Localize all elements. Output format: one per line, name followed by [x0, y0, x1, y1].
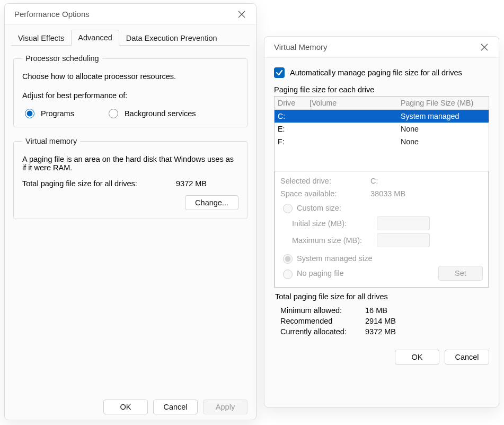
drives-list[interactable]: C:System managedE:NoneF:None	[275, 110, 489, 171]
virtual-memory-group: Virtual memory A paging file is an area …	[13, 137, 247, 219]
selected-drive-value: C:	[370, 177, 378, 185]
ok-button[interactable]: OK	[103, 400, 148, 414]
auto-manage-row[interactable]: Automatically manage paging file size fo…	[274, 67, 489, 78]
drive-row[interactable]: F:None	[275, 135, 489, 148]
initial-size-input	[377, 216, 430, 230]
totals-header: Total paging file size for all drives	[275, 292, 488, 301]
radio-sysman-label: System managed size	[297, 254, 373, 263]
drive-letter: E:	[278, 125, 310, 133]
close-icon	[481, 44, 488, 51]
min-value: 16 MB	[365, 306, 387, 315]
tab-dep[interactable]: Data Execution Prevention	[119, 30, 224, 46]
radio-nopaging-input	[283, 270, 293, 279]
drive-paging-size: System managed	[401, 112, 485, 120]
close-button[interactable]	[235, 7, 249, 21]
set-button: Set	[438, 266, 483, 281]
radio-sysman-input	[283, 254, 293, 264]
virtual-memory-desc: A paging file is an area on the hard dis…	[22, 155, 238, 172]
max-size-input	[377, 233, 430, 247]
drive-row[interactable]: E:None	[275, 123, 489, 135]
initial-size-label: Initial size (MB):	[292, 219, 372, 228]
min-label: Minimum allowed:	[280, 306, 365, 315]
performance-options-dialog: Performance Options Visual Effects Advan…	[4, 3, 257, 420]
radio-programs[interactable]: Programs	[22, 107, 74, 118]
radio-custom-input	[283, 204, 293, 213]
drives-caption: Paging file size for each drive	[274, 85, 489, 94]
drive-letter: C:	[278, 112, 310, 120]
ok-button[interactable]: OK	[395, 350, 439, 365]
dialog-footer: OK Cancel	[264, 342, 499, 365]
rec-value: 2914 MB	[365, 317, 396, 325]
auto-manage-checkbox[interactable]	[274, 67, 285, 78]
processor-scheduling-legend: Processor scheduling	[22, 54, 102, 63]
col-header-volume: [Volume	[310, 99, 401, 107]
processor-scheduling-group: Processor scheduling Choose how to alloc…	[13, 54, 247, 127]
radio-custom-label: Custom size:	[297, 204, 341, 212]
apply-button[interactable]: Apply	[203, 400, 247, 414]
total-paging-value: 9372 MB	[176, 179, 207, 188]
drive-volume	[310, 125, 401, 133]
virtual-memory-legend: Virtual memory	[22, 137, 80, 145]
drive-details: Selected drive: C: Space available: 3803…	[275, 171, 489, 288]
window-title: Performance Options	[14, 10, 90, 19]
close-icon	[238, 11, 245, 18]
max-size-label: Maximum size (MB):	[292, 236, 372, 245]
processor-scheduling-desc: Choose how to allocate processor resourc…	[22, 72, 238, 81]
selected-drive-label: Selected drive:	[280, 177, 370, 185]
drive-paging-size: None	[401, 125, 485, 133]
cur-value: 9372 MB	[365, 327, 396, 336]
dialog-body: Automatically manage paging file size fo…	[264, 58, 499, 342]
col-header-size: Paging File Size (MB)	[401, 99, 485, 107]
col-header-drive: Drive	[278, 99, 310, 107]
radio-programs-input[interactable]	[25, 109, 34, 118]
check-icon	[276, 69, 283, 76]
cancel-button[interactable]: Cancel	[153, 400, 198, 414]
cur-label: Currently allocated:	[280, 327, 365, 336]
tab-visual-effects[interactable]: Visual Effects	[11, 30, 71, 46]
drives-header: Drive [Volume Paging File Size (MB)	[275, 97, 489, 110]
radio-nopaging-label: No paging file	[297, 269, 344, 277]
radio-background-input[interactable]	[109, 109, 118, 118]
adjust-label: Adjust for best performance of:	[22, 91, 238, 100]
radio-system-managed: System managed size	[280, 253, 483, 264]
drive-letter: F:	[278, 137, 310, 146]
radio-no-paging: No paging file	[280, 268, 344, 279]
tab-advanced[interactable]: Advanced	[71, 30, 119, 46]
drive-row[interactable]: C:System managed	[275, 110, 489, 123]
drive-paging-size: None	[401, 137, 485, 146]
dialog-footer: OK Cancel Apply	[103, 400, 247, 414]
radio-background[interactable]: Background services	[106, 107, 196, 118]
cancel-button[interactable]: Cancel	[445, 350, 489, 365]
space-available-value: 38033 MB	[370, 189, 405, 198]
rec-label: Recommended	[280, 317, 365, 325]
titlebar: Performance Options	[5, 4, 256, 25]
drive-volume	[310, 137, 401, 146]
radio-custom-size: Custom size:	[280, 202, 483, 213]
titlebar: Virtual Memory	[264, 37, 499, 58]
drives-box: Drive [Volume Paging File Size (MB) C:Sy…	[274, 96, 489, 288]
auto-manage-label: Automatically manage paging file size fo…	[290, 68, 462, 77]
drive-volume	[310, 112, 401, 120]
tabstrip: Visual Effects Advanced Data Execution P…	[5, 25, 256, 45]
space-available-label: Space available:	[280, 189, 370, 198]
radio-programs-label: Programs	[41, 109, 74, 118]
total-paging-label: Total paging file size for all drives:	[22, 179, 176, 188]
totals-section: Total paging file size for all drives Mi…	[274, 288, 489, 336]
window-title: Virtual Memory	[274, 42, 328, 51]
tab-panel-advanced: Processor scheduling Choose how to alloc…	[5, 46, 256, 237]
virtual-memory-dialog: Virtual Memory Automatically manage pagi…	[264, 36, 499, 407]
close-button[interactable]	[478, 40, 491, 54]
change-button[interactable]: Change...	[185, 195, 238, 210]
radio-background-label: Background services	[125, 109, 196, 118]
